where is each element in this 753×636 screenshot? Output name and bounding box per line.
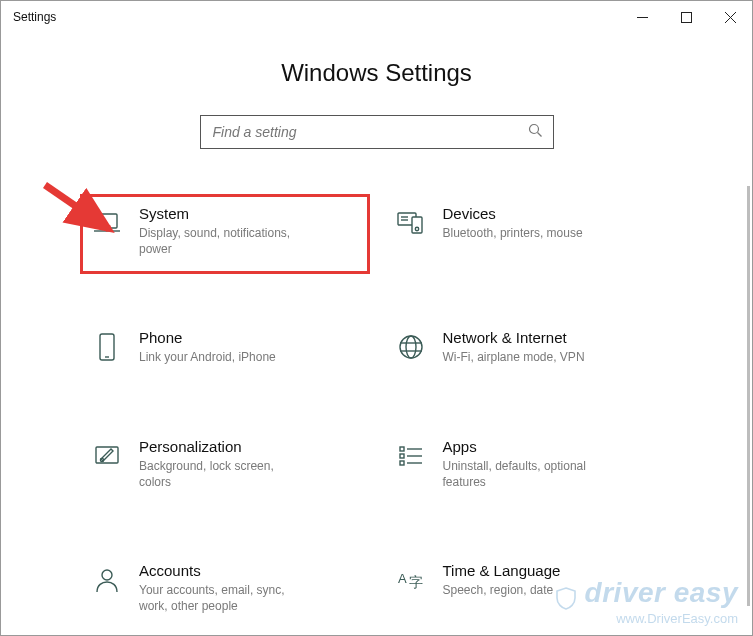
- search-input[interactable]: [211, 123, 528, 141]
- close-icon: [725, 12, 736, 23]
- svg-point-4: [529, 125, 538, 134]
- tile-desc: Speech, region, date: [443, 582, 561, 598]
- tile-title: Phone: [139, 329, 276, 346]
- scrollbar[interactable]: [747, 186, 750, 606]
- settings-grid: System Display, sound, notifications, po…: [1, 149, 752, 628]
- tile-personalization[interactable]: Personalization Background, lock screen,…: [83, 430, 367, 504]
- svg-rect-22: [400, 454, 404, 458]
- titlebar: Settings: [1, 1, 752, 33]
- svg-rect-21: [400, 447, 404, 451]
- tile-system[interactable]: System Display, sound, notifications, po…: [80, 194, 370, 274]
- tile-time-language[interactable]: A字 Time & Language Speech, region, date: [387, 554, 671, 628]
- svg-text:A: A: [398, 571, 407, 586]
- maximize-button[interactable]: [664, 1, 708, 33]
- tile-phone[interactable]: Phone Link your Android, iPhone: [83, 321, 367, 379]
- tile-title: System: [139, 205, 309, 222]
- tile-title: Personalization: [139, 438, 309, 455]
- svg-line-5: [537, 133, 541, 137]
- person-icon: [89, 562, 125, 598]
- tile-desc: Bluetooth, printers, mouse: [443, 225, 583, 241]
- tile-accounts[interactable]: Accounts Your accounts, email, sync, wor…: [83, 554, 367, 628]
- svg-point-27: [102, 570, 112, 580]
- page-title: Windows Settings: [1, 59, 752, 87]
- tile-devices[interactable]: Devices Bluetooth, printers, mouse: [387, 197, 671, 271]
- language-icon: A字: [393, 562, 429, 598]
- maximize-icon: [681, 12, 692, 23]
- phone-icon: [89, 329, 125, 365]
- minimize-button[interactable]: [620, 1, 664, 33]
- devices-icon: [393, 205, 429, 241]
- paintbrush-icon: [89, 438, 125, 474]
- search-icon: [528, 123, 543, 141]
- svg-point-16: [406, 336, 416, 358]
- window-controls: [620, 1, 752, 33]
- svg-rect-23: [400, 461, 404, 465]
- tile-title: Devices: [443, 205, 583, 222]
- search-box[interactable]: [200, 115, 554, 149]
- tile-title: Apps: [443, 438, 613, 455]
- tile-desc: Display, sound, notifications, power: [139, 225, 309, 257]
- tile-desc: Link your Android, iPhone: [139, 349, 276, 365]
- tile-network[interactable]: Network & Internet Wi-Fi, airplane mode,…: [387, 321, 671, 379]
- tile-title: Network & Internet: [443, 329, 585, 346]
- tile-desc: Your accounts, email, sync, work, other …: [139, 582, 309, 614]
- svg-rect-1: [681, 12, 691, 22]
- globe-icon: [393, 329, 429, 365]
- svg-rect-19: [96, 447, 118, 463]
- window-title: Settings: [13, 10, 56, 24]
- tile-desc: Background, lock screen, colors: [139, 458, 309, 490]
- tile-desc: Uninstall, defaults, optional features: [443, 458, 613, 490]
- tile-apps[interactable]: Apps Uninstall, defaults, optional featu…: [387, 430, 671, 504]
- svg-rect-6: [97, 214, 117, 228]
- laptop-icon: [89, 205, 125, 241]
- svg-rect-13: [100, 334, 114, 360]
- minimize-icon: [637, 12, 648, 23]
- settings-window: Settings Windows Settings: [0, 0, 753, 636]
- tile-desc: Wi-Fi, airplane mode, VPN: [443, 349, 585, 365]
- svg-text:字: 字: [409, 574, 423, 590]
- tile-title: Time & Language: [443, 562, 561, 579]
- apps-list-icon: [393, 438, 429, 474]
- close-button[interactable]: [708, 1, 752, 33]
- svg-point-15: [400, 336, 422, 358]
- tile-title: Accounts: [139, 562, 309, 579]
- search-container: [1, 115, 752, 149]
